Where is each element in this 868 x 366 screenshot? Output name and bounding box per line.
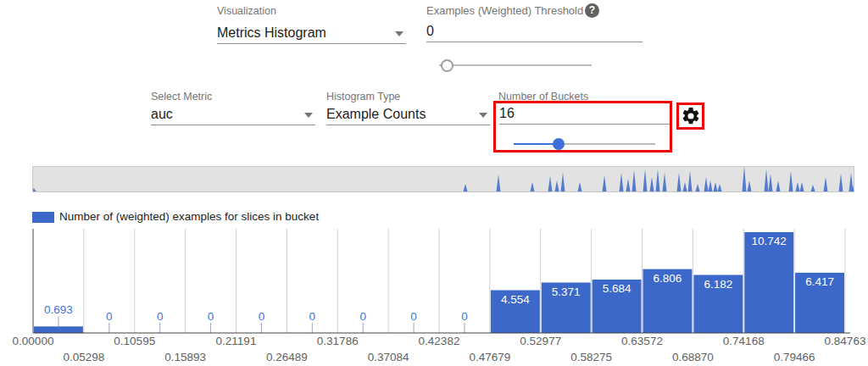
overview-spike [748, 180, 752, 191]
overview-spike [683, 182, 687, 191]
overview-spike [464, 184, 468, 191]
x-tick-label: 0.42382 [419, 335, 460, 347]
x-tick-label: 0.74168 [723, 335, 765, 347]
overview-spike [663, 173, 667, 191]
number-of-buckets-input[interactable]: 16 [499, 104, 670, 125]
overview-spike [709, 180, 713, 191]
x-tick-label: 0.26489 [266, 351, 308, 363]
overview-spike [800, 182, 804, 191]
overview-spike [718, 184, 722, 191]
bar-value-label: 10.742 [752, 235, 787, 247]
overview-spike [789, 171, 793, 191]
threshold-input[interactable]: 0 [426, 22, 643, 42]
bar-value-label: 0 [259, 310, 265, 323]
overview-spike [714, 182, 718, 191]
slices-overview-strip[interactable] [32, 166, 854, 192]
overview-spike [33, 188, 36, 191]
overview-spike [603, 175, 607, 191]
gear-icon[interactable] [681, 106, 701, 126]
buckets-slider-fill [514, 143, 559, 145]
x-tick-label: 0.84763 [825, 335, 866, 347]
bar-value-label: 6.182 [704, 278, 732, 291]
threshold-slider-thumb[interactable] [441, 59, 453, 72]
overview-spike [704, 177, 709, 191]
help-icon[interactable]: ? [585, 3, 599, 18]
visualization-select[interactable]: Metrics Histogram [217, 24, 406, 44]
overview-spike [643, 169, 648, 191]
histogram-type-value: Example Counts [326, 105, 490, 124]
legend-swatch [32, 212, 54, 223]
overview-spike [743, 167, 747, 191]
overview-spike [839, 174, 843, 191]
bar-value-label: 0 [309, 310, 316, 323]
overview-spike [626, 179, 631, 191]
overview-spike [555, 180, 559, 191]
threshold-value: 0 [426, 22, 643, 41]
threshold-label: Examples (Weighted) Threshold [426, 4, 583, 17]
histogram-bar[interactable] [34, 326, 83, 333]
overview-spike [824, 177, 828, 191]
overview-spike [632, 170, 637, 191]
number-of-buckets-value: 16 [499, 104, 670, 123]
overview-spike [548, 176, 553, 191]
x-tick-label: 0.58275 [570, 351, 612, 363]
bar-value-label: 6.417 [805, 275, 834, 288]
bar-value-label: 0 [157, 310, 164, 323]
metrics-histogram-view: Visualization Metrics Histogram Examples… [0, 0, 868, 366]
x-tick-label: 0.15893 [164, 351, 206, 363]
overview-spike [650, 177, 654, 191]
x-tick-label: 0.63572 [621, 335, 663, 347]
bar-value-label: 5.371 [552, 286, 581, 298]
x-tick-label: 0.37084 [368, 351, 409, 363]
chevron-down-icon [304, 113, 313, 118]
bar-value-label: 6.806 [654, 272, 682, 285]
number-of-buckets-label: Number of Buckets [498, 91, 588, 103]
overview-spike [849, 173, 854, 191]
bar-value-label: 0 [410, 310, 417, 323]
overview-spike [531, 182, 535, 191]
chevron-down-icon [479, 113, 487, 118]
x-tick-label: 0.00000 [13, 335, 54, 347]
overview-spike [796, 182, 800, 191]
histogram-type-select[interactable]: Example Counts [326, 105, 490, 125]
overview-spike [578, 182, 582, 191]
chevron-down-icon [395, 31, 403, 36]
x-tick-label: 0.10595 [114, 335, 155, 347]
bar-value-label: 0.693 [44, 303, 73, 316]
bar-value-label: 4.554 [501, 293, 530, 306]
bar-value-label: 0 [208, 310, 214, 323]
threshold-slider[interactable] [439, 64, 592, 66]
visualization-label: Visualization [217, 5, 276, 17]
select-metric-label: Select Metric [151, 91, 212, 103]
overview-spike [811, 185, 815, 191]
legend-label: Number of (weighted) examples for slices… [59, 210, 319, 223]
overview-spike [677, 173, 682, 191]
overview-spike [688, 171, 693, 191]
x-tick-label: 0.68870 [672, 351, 714, 363]
histogram-type-label: Histogram Type [326, 91, 400, 103]
bar-value-label: 0 [461, 310, 468, 323]
overview-sparkline [33, 167, 854, 191]
x-tick-label: 0.52977 [520, 335, 561, 347]
overview-spike [696, 184, 700, 191]
histogram-chart[interactable]: 0.693000000004.5545.3715.6846.8066.18210… [0, 225, 868, 366]
overview-spike [765, 169, 769, 191]
overview-spike [620, 173, 624, 191]
x-tick-label: 0.21191 [216, 335, 257, 347]
x-tick-label: 0.31786 [317, 335, 359, 347]
metric-value: auc [151, 105, 315, 124]
overview-spike [497, 175, 501, 191]
x-tick-label: 0.79466 [774, 351, 815, 363]
buckets-slider-thumb[interactable] [553, 138, 565, 150]
x-tick-label: 0.05298 [63, 351, 104, 363]
x-tick-label: 0.47679 [469, 351, 510, 363]
visualization-value: Metrics Histogram [217, 24, 406, 42]
buckets-slider[interactable] [514, 143, 655, 145]
overview-spike [561, 173, 565, 191]
metric-select[interactable]: auc [151, 105, 315, 125]
overview-spike [776, 180, 781, 191]
bar-value-label: 5.684 [603, 282, 632, 295]
overview-spike [769, 174, 773, 191]
bar-value-label: 0 [106, 310, 113, 323]
overview-spike [656, 169, 660, 191]
